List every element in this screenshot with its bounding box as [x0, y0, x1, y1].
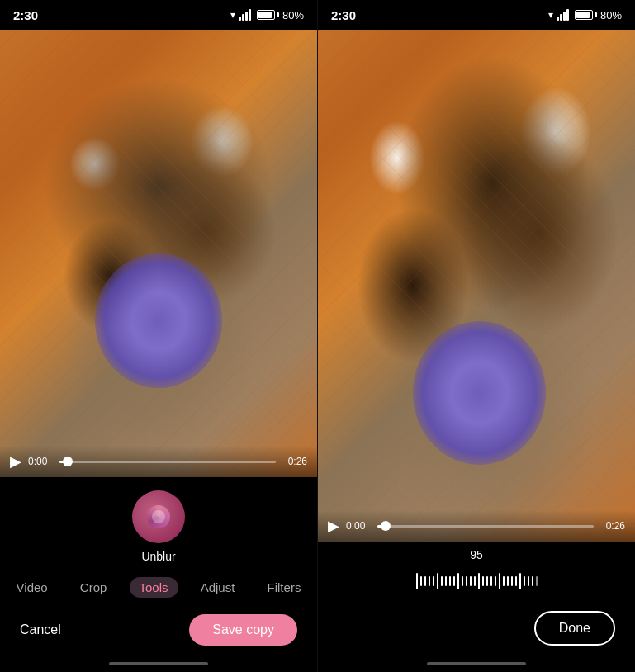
- tick-marks: [416, 573, 538, 589]
- unblur-label: Unblur: [141, 550, 175, 563]
- carpet-overlay: [0, 30, 317, 477]
- right-dog-image: [318, 30, 635, 542]
- tools-section: Unblur: [0, 477, 317, 570]
- tick-mark: [441, 576, 443, 586]
- tick-mark: [519, 573, 521, 589]
- slider-track[interactable]: [331, 565, 622, 598]
- tick-mark: [515, 576, 517, 586]
- unblur-tool-button[interactable]: [132, 490, 185, 543]
- left-status-bar: 2:30 ▾ 80%: [0, 0, 317, 30]
- battery-icon: [257, 10, 279, 20]
- left-dog-image: [0, 30, 317, 477]
- tab-crop[interactable]: Crop: [70, 577, 117, 598]
- slider-section: 95: [318, 542, 635, 601]
- save-copy-button[interactable]: Save copy: [189, 614, 297, 646]
- tick-mark: [486, 576, 488, 586]
- tick-mark: [528, 576, 529, 586]
- tick-mark: [503, 576, 505, 586]
- right-wifi-icon: ▾: [548, 9, 553, 21]
- unblur-tool-icon-inner: [145, 504, 172, 530]
- unblur-icon: [147, 505, 170, 528]
- tick-mark: [462, 576, 463, 586]
- left-play-button[interactable]: ▶: [10, 452, 21, 471]
- left-time: 2:30: [13, 8, 38, 22]
- left-action-bar: Cancel Save copy: [0, 604, 317, 655]
- tick-mark: [482, 576, 484, 586]
- right-home-indicator: [318, 655, 635, 672]
- tick-mark: [420, 576, 422, 586]
- right-status-bar: 2:30 ▾ 80%: [318, 0, 635, 30]
- tick-mark: [495, 576, 496, 586]
- right-video-controls: ▶ 0:00 0:26: [318, 510, 635, 542]
- tick-mark: [511, 576, 513, 586]
- tick-mark: [532, 576, 533, 586]
- right-home-bar: [427, 662, 526, 665]
- tick-mark: [457, 573, 459, 589]
- left-panel: 2:30 ▾ 80% ▶ 0:00: [0, 0, 317, 672]
- tick-mark: [429, 576, 430, 586]
- right-carpet-overlay: [318, 30, 635, 542]
- tab-adjust[interactable]: Adjust: [191, 577, 245, 598]
- tick-mark: [474, 576, 476, 586]
- tick-mark: [499, 573, 500, 589]
- right-play-button[interactable]: ▶: [328, 517, 339, 535]
- right-progress-thumb[interactable]: [381, 521, 391, 531]
- left-current-time: 0:00: [28, 456, 53, 467]
- left-battery: 80%: [282, 9, 304, 21]
- left-status-icons: ▾ 80%: [230, 9, 304, 21]
- tick-mark: [490, 576, 492, 586]
- left-duration: 0:26: [282, 456, 307, 467]
- right-video-container: ▶ 0:00 0:26: [318, 30, 635, 542]
- tick-mark: [470, 576, 472, 586]
- right-progress-bar[interactable]: [377, 525, 594, 528]
- tick-mark: [478, 573, 480, 589]
- wifi-icon: ▾: [230, 9, 235, 21]
- tab-bar: Video Crop Tools Adjust Filters: [0, 570, 317, 604]
- right-signal-icon: [557, 9, 569, 21]
- tab-tools[interactable]: Tools: [130, 577, 178, 598]
- signal-icon: [239, 9, 251, 21]
- tick-mark: [524, 576, 525, 586]
- right-current-time: 0:00: [346, 520, 371, 532]
- tick-mark: [416, 573, 418, 589]
- left-video-container: ▶ 0:00 0:26: [0, 30, 317, 477]
- tick-mark: [433, 576, 434, 586]
- tab-video[interactable]: Video: [7, 577, 58, 598]
- left-video-controls: ▶ 0:00 0:26: [0, 446, 317, 477]
- tick-mark: [449, 576, 451, 586]
- tick-mark: [453, 576, 455, 586]
- tick-mark: [437, 573, 438, 589]
- left-progress-thumb[interactable]: [63, 457, 73, 466]
- tick-mark: [466, 576, 467, 586]
- right-battery-icon: [575, 10, 597, 20]
- left-home-bar: [109, 662, 208, 665]
- cancel-button[interactable]: Cancel: [20, 622, 61, 637]
- right-status-icons: ▾ 80%: [548, 9, 622, 21]
- tick-mark: [536, 576, 538, 586]
- left-home-indicator: [0, 655, 317, 672]
- right-panel: 2:30 ▾ 80% ▶ 0:00: [317, 0, 635, 672]
- slider-value: 95: [331, 548, 622, 561]
- left-progress-bar[interactable]: [59, 461, 276, 463]
- tick-mark: [445, 576, 447, 586]
- right-duration: 0:26: [600, 520, 625, 532]
- right-time: 2:30: [331, 8, 356, 22]
- done-button[interactable]: Done: [534, 611, 615, 646]
- right-action-bar: Done: [318, 601, 635, 655]
- tick-mark: [507, 576, 509, 586]
- tick-mark: [424, 576, 426, 586]
- right-battery: 80%: [600, 9, 622, 21]
- tab-filters[interactable]: Filters: [258, 577, 311, 598]
